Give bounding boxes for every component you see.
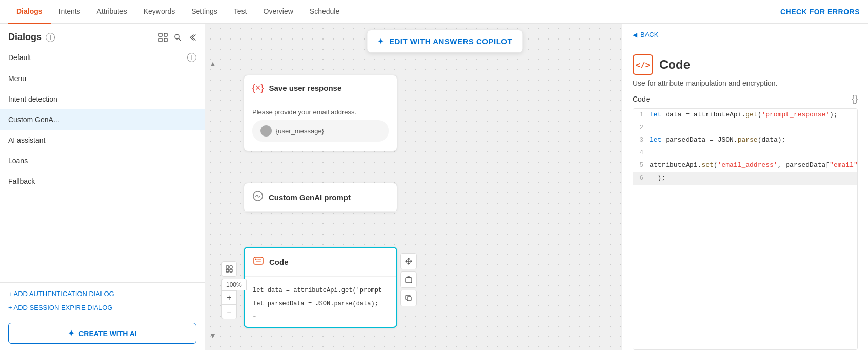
code-line-2: 2 [633,122,857,134]
code-line-1: 1 let data = attributeApi.get('prompt_re… [633,109,857,122]
panel-code-icon: </> [633,54,653,75]
sidebar-grid-icon[interactable] [158,33,168,42]
tab-overview[interactable]: Overview [255,0,301,24]
sidebar-header-actions [158,33,196,42]
code-braces-icon[interactable]: {} [852,93,858,104]
sidebar-item-label: Custom GenA... [8,115,59,124]
tab-dialogs[interactable]: Dialogs [8,0,51,24]
svg-rect-2 [159,38,162,42]
save-response-title: Save user response [269,84,342,92]
sidebar-collapse-icon[interactable] [188,33,196,42]
sidebar-item-label: AI assistant [8,136,45,144]
sidebar-item-label: Loans [8,157,28,165]
sidebar-item-intent-detection[interactable]: Intent detection [0,89,205,109]
sidebar-bottom-actions: + ADD AUTHENTICATION DIALOG + ADD SESSIO… [0,282,205,319]
tab-schedule[interactable]: Schedule [301,0,348,24]
create-with-ai-button[interactable]: ✦ CREATE WITH AI [8,323,196,344]
node-move-button[interactable] [400,253,417,269]
tab-test[interactable]: Test [226,0,255,24]
sidebar-item-loans[interactable]: Loans [0,150,205,171]
add-auth-dialog-button[interactable]: + ADD AUTHENTICATION DIALOG [8,287,196,301]
svg-line-5 [179,38,181,41]
code-editor[interactable]: 1 let data = attributeApi.get('prompt_re… [633,108,858,350]
svg-point-10 [255,259,257,260]
copilot-icon: ✦ [377,36,384,46]
right-panel: ◀ BACK </> Code Use for attribute manipu… [622,24,868,350]
fit-to-screen-button[interactable] [221,261,237,277]
svg-rect-3 [164,38,167,42]
copilot-text: EDIT WITH ANSWERS COPILOT [389,37,512,46]
svg-rect-18 [226,269,229,272]
main-layout: Dialogs i Default i Menu [0,24,868,350]
custom-genai-icon [252,190,264,204]
code-node-header: Code [245,248,396,277]
user-message-bubble: {user_message} [252,120,389,142]
save-user-response-node[interactable]: {×} Save user response Please provide yo… [244,75,397,151]
panel-description: Use for attribute manipulation and encry… [622,79,868,93]
custom-genai-node[interactable]: Custom GenAI prompt [244,183,397,212]
node-duplicate-button[interactable] [400,290,417,306]
sidebar-item-label: Intent detection [8,95,57,103]
svg-rect-15 [407,297,411,301]
custom-genai-title: Custom GenAI prompt [269,193,351,202]
back-button[interactable]: ◀ BACK [622,24,868,46]
code-section-header: Code {} [633,93,858,104]
panel-code-section: Code {} 1 let data = attributeApi.get('p… [622,93,868,350]
code-line-6: 6 ); [633,172,857,185]
tab-attributes[interactable]: Attributes [89,0,135,24]
tab-intents[interactable]: Intents [51,0,89,24]
top-nav: Dialogs Intents Attributes Keywords Sett… [0,0,868,24]
svg-rect-16 [226,266,229,268]
tab-settings[interactable]: Settings [183,0,226,24]
sidebar-item-custom-genai[interactable]: Custom GenA... [0,109,205,130]
sidebar-item-default[interactable]: Default i [0,47,205,68]
custom-genai-header: Custom GenAI prompt [244,183,397,212]
sidebar-title: Dialogs i [8,32,55,43]
svg-point-8 [259,196,260,197]
code-node-icon [253,255,264,269]
code-section-label: Code [633,95,650,103]
code-node-title: Code [269,258,289,266]
canvas[interactable]: ✦ EDIT WITH ANSWERS COPILOT ▲ {×} Save u… [205,24,622,350]
save-response-body: Please provide your email address. {user… [244,101,397,151]
zoom-in-button[interactable]: + [221,290,237,305]
back-label: BACK [640,31,658,38]
tab-keywords[interactable]: Keywords [135,0,183,24]
zoom-controls: 100% + − [221,261,247,319]
node-delete-button[interactable] [400,271,417,288]
save-user-response-header: {×} Save user response [244,75,397,101]
copilot-banner[interactable]: ✦ EDIT WITH ANSWERS COPILOT [367,30,523,53]
add-session-expire-button[interactable]: + ADD SESSION EXPIRE DIALOG [8,301,196,315]
code-node-body: let data = attributeApi.get('prompt_ let… [245,277,396,327]
save-response-text: Please provide your email address. [252,108,389,116]
code-preview: let data = attributeApi.get('prompt_ let… [253,284,388,320]
scroll-down-icon[interactable]: ▼ [209,332,216,340]
sidebar: Dialogs i Default i Menu [0,24,205,350]
svg-rect-1 [164,33,167,36]
code-node[interactable]: Code let data = attributeApi.get('prompt… [244,247,397,328]
sidebar-item-label: Default [8,53,31,62]
zoom-level: 100% [221,279,247,290]
svg-rect-17 [230,266,232,268]
nav-tabs: Dialogs Intents Attributes Keywords Sett… [8,0,348,24]
code-line-5: 5 attributeApi.set('email_address', pars… [633,159,857,172]
sidebar-search-icon[interactable] [174,33,182,42]
zoom-out-button[interactable]: − [221,305,237,319]
panel-title: Code [659,57,690,72]
create-ai-sparkle-icon: ✦ [68,328,74,338]
svg-rect-13 [406,278,412,283]
sidebar-item-label: Fallback [8,177,35,185]
check-errors-button[interactable]: CHECK FOR ERRORS [780,8,860,16]
sidebar-info-icon[interactable]: i [46,33,55,42]
svg-rect-12 [256,261,261,262]
default-info-icon[interactable]: i [187,53,196,62]
sidebar-item-fallback[interactable]: Fallback [0,171,205,191]
svg-rect-0 [159,33,162,36]
scroll-up-icon[interactable]: ▲ [209,60,216,68]
panel-title-row: </> Code [622,46,868,79]
code-line-4: 4 [633,147,857,159]
sidebar-item-menu[interactable]: Menu [0,68,205,89]
create-ai-label: CREATE WITH AI [78,329,137,338]
sidebar-item-ai-assistant[interactable]: AI assistant [0,130,205,150]
sidebar-list: Default i Menu Intent detection Custom G… [0,47,205,282]
